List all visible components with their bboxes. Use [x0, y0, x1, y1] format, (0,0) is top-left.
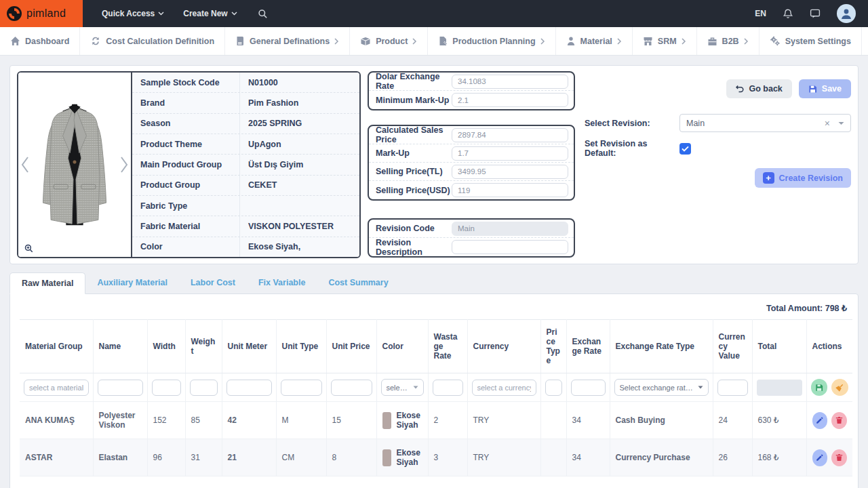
nav-label: Material	[580, 37, 612, 46]
minimum-markup-input[interactable]	[452, 93, 568, 107]
nav-dashboard[interactable]: Dashboard	[0, 27, 80, 55]
create-new-menu[interactable]: Create New	[183, 9, 237, 18]
filter-color-select[interactable]: select a color	[381, 379, 424, 396]
edit-row-button[interactable]	[812, 412, 828, 429]
go-back-label: Go back	[749, 84, 782, 94]
exchange-rate-box: Dolar Exchange Rate Minimum Mark-Up	[368, 71, 575, 110]
col-width: Width	[147, 320, 185, 373]
cell-exchange-rate-type: Cash Buying	[610, 402, 713, 439]
table-header-row: Material Group Name Width Weight Unit Me…	[20, 320, 852, 373]
detail-label: Brand	[132, 93, 239, 113]
nav-srm[interactable]: SRM	[633, 27, 697, 55]
nav-b2b[interactable]: B2B	[697, 27, 760, 55]
filter-width[interactable]	[152, 380, 181, 396]
filter-exchange-rate-type-select[interactable]: Select exchange rate type	[614, 379, 709, 396]
filter-unit-type[interactable]	[281, 380, 322, 396]
nav-production-planning[interactable]: Production Planning	[428, 27, 555, 55]
revision-select[interactable]: Main ×	[679, 114, 851, 132]
field-row: Minimum Mark-Up	[369, 91, 574, 109]
filter-currency[interactable]	[472, 380, 536, 396]
messages-chat-icon[interactable]	[810, 8, 821, 19]
selected-revision-value: Main	[686, 119, 705, 128]
nav-general-definations[interactable]: General Definations	[225, 27, 350, 55]
chevron-down-icon[interactable]	[838, 121, 844, 125]
calculated-sales-price-input[interactable]	[452, 128, 568, 142]
nav-product[interactable]: Product	[350, 27, 428, 55]
home-icon	[10, 36, 20, 46]
detail-value: VISKON POLYESTER	[239, 216, 359, 236]
carousel-prev-icon[interactable]	[20, 156, 29, 174]
tab-fix-variable[interactable]: Fix Variable	[247, 272, 317, 293]
dolar-exchange-rate-input[interactable]	[452, 75, 568, 89]
search-icon[interactable]	[258, 9, 268, 19]
cell-name: Polyester Viskon	[93, 402, 147, 439]
clear-filters-button[interactable]	[831, 379, 848, 396]
revision-code-input	[452, 222, 568, 236]
filter-wastage-rate[interactable]	[433, 380, 463, 396]
markup-input[interactable]	[452, 146, 568, 161]
nav-material[interactable]: Material	[556, 27, 633, 55]
create-revision-button[interactable]: + Create Revision	[755, 168, 851, 188]
quick-access-menu[interactable]: Quick Access	[102, 9, 164, 18]
nav-label: Cost Calculation Definition	[106, 37, 214, 46]
tab-auxiliary-material[interactable]: Auxiliary Material	[85, 272, 179, 293]
col-currency-value: Currency Value	[713, 320, 752, 373]
revision-box: Revision Code Revision Description	[368, 218, 575, 258]
cell-exchange-rate: 34	[566, 402, 610, 439]
table-row[interactable]: ASTAR Elastan 96 31 21 CM 8 Ekose Siyah …	[20, 439, 852, 476]
create-revision-label: Create Revision	[779, 174, 843, 183]
nav-label: Production Planning	[452, 37, 535, 46]
notifications-bell-icon[interactable]	[783, 8, 793, 20]
tab-raw-material[interactable]: Raw Material	[9, 272, 85, 294]
detail-row: Fabric MaterialVISKON POLYESTER	[132, 216, 359, 237]
filter-currency-value[interactable]	[717, 380, 748, 396]
edit-row-button[interactable]	[812, 449, 828, 466]
chevron-right-icon	[617, 38, 622, 45]
go-back-button[interactable]: Go back	[726, 79, 791, 98]
cell-currency: TRY	[467, 439, 540, 476]
table-row[interactable]: ANA KUMAŞ Polyester Viskon 152 85 42 M 1…	[20, 402, 852, 439]
cell-wastage-rate: 3	[428, 439, 467, 476]
revision-controls: Go back Save Select Revision: Main ×	[575, 71, 851, 258]
tab-cost-summary[interactable]: Cost Summary	[317, 272, 399, 293]
filter-weight[interactable]	[190, 380, 218, 396]
filter-name[interactable]	[98, 380, 143, 396]
field-label: Revision Code	[376, 224, 452, 233]
filter-price-type[interactable]	[545, 380, 562, 396]
col-currency: Currency	[467, 320, 540, 373]
save-button[interactable]: Save	[799, 79, 851, 98]
cell-material-group: ASTAR	[20, 439, 93, 476]
set-default-checkbox[interactable]	[679, 143, 691, 155]
detail-label: Season	[132, 114, 239, 134]
main-content: Sample Stock CodeN01000 BrandPim Fashion…	[0, 56, 868, 488]
revision-description-input[interactable]	[452, 240, 568, 254]
language-selector[interactable]: EN	[755, 9, 766, 18]
clear-selection-icon[interactable]: ×	[825, 119, 830, 128]
detail-label: Product Group	[132, 176, 239, 195]
user-avatar[interactable]	[837, 4, 856, 23]
cell-weight: 85	[185, 402, 222, 439]
add-row-save-button[interactable]	[811, 379, 828, 396]
delete-row-button[interactable]	[831, 412, 847, 429]
brand-logo[interactable]: pimland	[0, 0, 83, 27]
nav-system-settings[interactable]: System Settings	[760, 27, 862, 55]
cell-width: 152	[147, 402, 185, 439]
carousel-next-icon[interactable]	[120, 156, 129, 174]
quick-access-label: Quick Access	[102, 9, 155, 18]
selling-price-tl-input[interactable]	[452, 165, 568, 179]
cell-total: 630 ₺	[752, 402, 806, 439]
delete-row-button[interactable]	[831, 449, 847, 466]
detail-value: 2025 SPRING	[239, 114, 359, 134]
tab-labor-cost[interactable]: Labor Cost	[179, 272, 247, 293]
filter-unit-meter[interactable]	[226, 380, 272, 396]
create-revision-row: + Create Revision	[585, 168, 851, 188]
filter-material-group[interactable]	[24, 380, 89, 396]
filter-unit-price[interactable]	[331, 380, 372, 396]
detail-row: Sample Stock CodeN01000	[132, 73, 359, 93]
nav-cost-calculation-definition[interactable]: Cost Calculation Definition	[80, 27, 225, 55]
image-zoom-icon[interactable]	[24, 244, 33, 253]
nav-ungrouped-menus[interactable]: Ungrouped Menus	[862, 27, 868, 55]
chevron-right-icon	[540, 38, 545, 45]
selling-price-usd-input[interactable]	[452, 183, 568, 197]
filter-exchange-rate[interactable]	[571, 380, 606, 396]
